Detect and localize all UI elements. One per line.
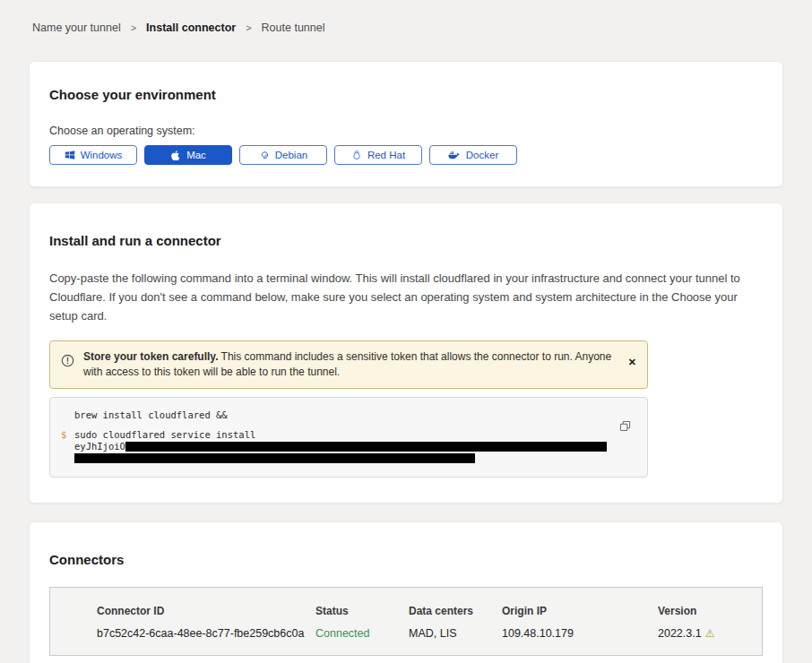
breadcrumb: Name your tunnel > Install connector > R…: [0, 0, 812, 34]
os-button-docker[interactable]: Docker: [429, 145, 517, 165]
os-select-label: Choose an operating system:: [49, 125, 763, 137]
environment-card: Choose your environment Choose an operat…: [29, 61, 783, 187]
column-header-connector-id: Connector ID: [97, 605, 315, 617]
windows-icon: [65, 150, 75, 160]
code-line-sudo: $ sudo cloudflared service install: [61, 429, 635, 441]
os-button-label: Mac: [186, 150, 206, 160]
os-button-redhat[interactable]: Red Hat: [334, 145, 422, 165]
close-icon[interactable]: ✕: [628, 357, 636, 367]
os-button-label: Docker: [466, 150, 498, 160]
connectors-card-title: Connectors: [49, 552, 763, 567]
install-card-title: Install and run a connector: [49, 233, 763, 248]
connector-origin-ip-value: 109.48.10.179: [502, 627, 658, 640]
code-line-brew: brew install cloudflared &&: [61, 409, 635, 421]
install-command-code-block[interactable]: brew install cloudflared && $ sudo cloud…: [49, 397, 648, 478]
breadcrumb-separator: >: [131, 22, 136, 33]
shell-prompt: $: [61, 429, 74, 441]
install-card-description: Copy-paste the following command into a …: [49, 269, 763, 325]
copy-icon[interactable]: [619, 420, 631, 435]
redaction-bar: [74, 453, 475, 463]
code-line-token: eyJhIjoiO: [61, 441, 635, 452]
breadcrumb-separator: >: [246, 22, 251, 33]
breadcrumb-name-your-tunnel[interactable]: Name your tunnel: [32, 22, 121, 34]
token-prefix: eyJhIjoiO: [74, 441, 125, 452]
connectors-card: Connectors Connector ID Status Data cent…: [29, 521, 783, 663]
docker-icon: [448, 151, 461, 160]
apple-icon: [170, 150, 181, 161]
token-warning-banner: Store your token carefully. This command…: [49, 340, 648, 389]
connector-id-value: b7c52c42-6caa-48ee-8c77-fbe259cb6c0a: [97, 627, 315, 640]
version-warning-icon: ⚠: [705, 627, 715, 640]
code-text: brew install cloudflared &&: [74, 409, 228, 421]
connector-version-value: 2022.3.1⚠: [658, 627, 753, 640]
redaction-bar: [125, 442, 607, 452]
breadcrumb-install-connector[interactable]: Install connector: [146, 22, 236, 34]
warning-message-bold: Store your token carefully.: [83, 350, 219, 363]
os-button-label: Debian: [275, 150, 307, 160]
os-button-label: Windows: [81, 150, 123, 160]
install-connector-card: Install and run a connector Copy-paste t…: [29, 202, 783, 504]
alert-circle-icon: [61, 354, 74, 371]
os-button-group: Windows Mac Debian Red Hat: [49, 145, 763, 165]
debian-icon: [259, 150, 270, 160]
column-header-status: Status: [315, 605, 409, 617]
redhat-icon: [351, 150, 362, 161]
connector-data-centers-value: MAD, LIS: [409, 627, 502, 640]
os-button-windows[interactable]: Windows: [49, 145, 137, 165]
os-button-label: Red Hat: [367, 150, 405, 160]
environment-card-title: Choose your environment: [49, 87, 763, 102]
column-header-origin-ip: Origin IP: [502, 605, 658, 617]
column-header-data-centers: Data centers: [409, 605, 502, 617]
code-text: sudo cloudflared service install: [74, 429, 255, 441]
os-button-mac[interactable]: Mac: [144, 145, 232, 165]
connectors-table: Connector ID Status Data centers Origin …: [49, 587, 763, 656]
column-header-version: Version: [658, 605, 753, 617]
os-button-debian[interactable]: Debian: [239, 145, 327, 165]
breadcrumb-route-tunnel[interactable]: Route tunnel: [262, 22, 325, 34]
version-text: 2022.3.1: [658, 627, 702, 640]
connector-status-value: Connected: [315, 627, 409, 640]
warning-message: Store your token carefully. This command…: [83, 349, 616, 380]
